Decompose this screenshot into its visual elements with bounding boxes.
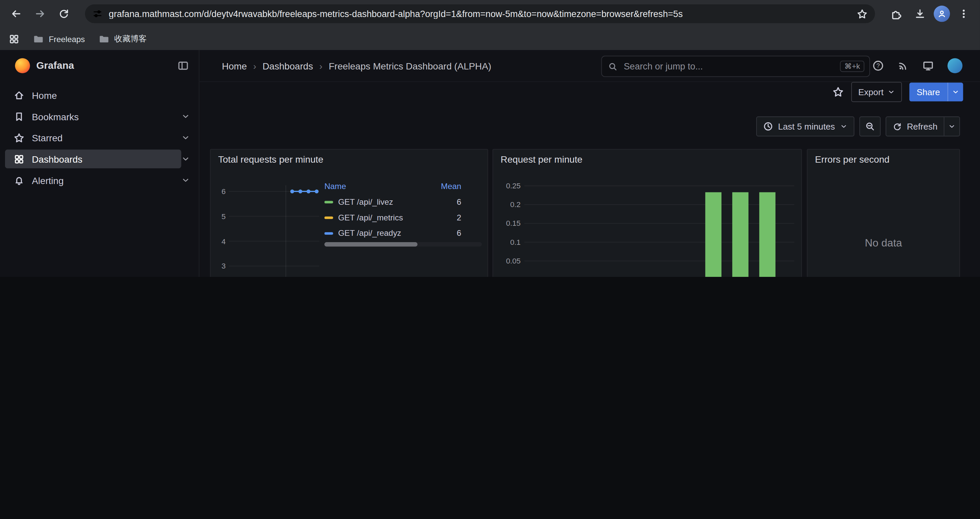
panel-title[interactable]: Total requests per minute [218,154,323,164]
favorite-star-icon[interactable] [832,86,844,98]
refresh-interval-chevron[interactable] [943,117,959,136]
sidebar-item-label: Alerting [32,175,64,186]
back-button[interactable] [6,4,26,24]
forward-button[interactable] [30,4,50,24]
legend-row[interactable]: GET /api/_metrics2 [324,210,482,225]
chevron-down-icon[interactable] [181,155,190,163]
sidebar-item-dashboards[interactable]: Dashboards [0,148,199,170]
chart-svg [229,185,320,277]
legend-column-header[interactable]: Mean [424,181,461,190]
total-requests-chart [229,185,320,277]
svg-text:?: ? [877,62,880,69]
panel-request-per-minute: Request per minute 0.250.20.150.10.050 1… [492,149,802,277]
panel-errors-per-second: Errors per second No data [807,149,960,277]
bookmark-item[interactable]: 收藏博客 [99,33,147,45]
y-tick: 0.25 [506,181,521,190]
legend-row[interactable]: GET /api/_readyz6 [324,225,482,241]
series-marker [324,232,333,234]
search-icon [608,62,617,71]
y-tick: 4 [221,237,226,246]
legend-header: NameMean [324,178,482,194]
y-tick: 6 [221,187,226,196]
y-axis: 65432 [215,192,226,277]
y-tick: 0 [516,275,521,277]
scrollbar-thumb[interactable] [324,242,417,246]
panel-total-requests: Total requests per minute 65432 17:40 Na… [210,149,488,277]
zoom-out-icon [865,121,875,131]
site-settings-icon[interactable] [92,9,102,19]
star-icon [14,132,24,143]
time-controls: Last 5 minutes Refresh [756,117,960,137]
clock-icon [763,121,773,131]
export-button[interactable]: Export [851,82,902,102]
breadcrumb-separator: › [253,61,256,71]
sidebar-item-label: Starred [32,132,63,143]
sidebar-toggle-icon[interactable] [177,60,189,72]
chevron-down-icon[interactable] [181,176,190,185]
refresh-button-group: Refresh [886,117,960,137]
main-area: Home › Dashboards › Freeleaps Metrics Da… [199,50,980,277]
panel-title[interactable]: Errors per second [815,154,889,164]
bookmark-star-icon[interactable] [857,8,868,19]
grafana-logo[interactable] [15,58,30,73]
request-per-minute-chart [524,182,794,277]
legend-scrollbar [324,242,482,246]
browser-chrome: grafana.mathmast.com/d/deytv4rwavabkb/fr… [0,0,980,50]
folder-icon [33,34,44,44]
breadcrumb-current: Freeleaps Metrics Dashboard (ALPHA) [329,61,491,71]
apps-grid-icon[interactable] [9,34,19,44]
refresh-button[interactable]: Refresh [886,117,943,136]
y-tick: 0.1 [510,238,521,246]
series-marker [324,201,333,203]
sidebar: Grafana Home Bookmarks [0,50,199,277]
url-text[interactable]: grafana.mathmast.com/d/deytv4rwavabkb/fr… [109,9,851,19]
sidebar-item-label: Dashboards [32,153,83,164]
extensions-icon[interactable] [886,4,906,24]
sidebar-nav: Home Bookmarks Starred [0,81,199,191]
download-icon[interactable] [910,4,930,24]
user-avatar[interactable] [948,58,963,73]
breadcrumb-separator: › [319,61,322,71]
sidebar-item-alerting[interactable]: Alerting [0,170,199,191]
home-icon [14,90,24,101]
sidebar-item-bookmarks[interactable]: Bookmarks [0,106,199,127]
chevron-down-icon[interactable] [181,112,190,121]
grafana-app: Grafana Home Bookmarks [0,50,980,277]
breadcrumb-home[interactable]: Home [222,61,247,71]
chart-svg [524,182,794,277]
bookmark-label: 收藏博客 [115,33,147,45]
folder-icon [99,34,110,44]
chevron-down-icon [887,88,895,96]
search-input[interactable] [622,61,835,72]
monitor-icon[interactable] [923,60,934,72]
reload-button[interactable] [54,4,74,24]
bookmarks-bar: Freeleaps 收藏博客 [0,27,980,50]
topnav-icons: ? [873,50,963,81]
news-rss-icon[interactable] [897,60,909,72]
sidebar-item-label: Home [32,90,57,101]
dashboards-grid-icon [14,153,24,164]
breadcrumb: Home › Dashboards › Freeleaps Metrics Da… [222,50,492,81]
series-marker [324,216,333,219]
breadcrumb-dashboards[interactable]: Dashboards [262,61,313,71]
top-nav: Home › Dashboards › Freeleaps Metrics Da… [199,50,980,82]
y-tick: 0.15 [506,219,521,228]
sidebar-item-starred[interactable]: Starred [0,127,199,148]
share-button[interactable]: Share [909,83,963,101]
panel-title[interactable]: Request per minute [501,154,582,164]
legend-row[interactable]: GET /api/_livez6 [324,194,482,210]
chevron-down-icon[interactable] [181,133,190,142]
help-icon[interactable]: ? [873,60,884,72]
share-menu-chevron[interactable] [948,83,963,101]
bookmark-item[interactable]: Freeleaps [33,34,85,44]
browser-profile-avatar[interactable] [934,6,950,22]
browser-menu-icon[interactable] [954,4,974,24]
y-tick: 5 [221,212,226,221]
time-range-picker[interactable]: Last 5 minutes [756,117,854,137]
address-bar[interactable]: grafana.mathmast.com/d/deytv4rwavabkb/fr… [85,4,875,23]
sidebar-item-home[interactable]: Home [0,85,199,106]
search-box[interactable]: ⌘+k [601,56,870,77]
y-tick: 0.2 [510,200,521,209]
bell-icon [14,175,24,186]
zoom-out-button[interactable] [859,117,881,137]
